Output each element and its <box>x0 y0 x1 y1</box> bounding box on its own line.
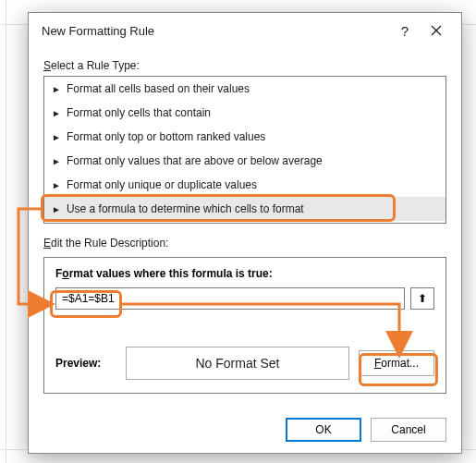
rule-type-item[interactable]: ►Format only unique or duplicate values <box>44 173 445 197</box>
edit-rule-description-label: Edit the Rule Description: <box>43 237 446 250</box>
preview-label: Preview: <box>55 357 116 370</box>
format-button[interactable]: Format... <box>359 350 434 376</box>
rule-type-list[interactable]: ►Format all cells based on their values … <box>43 76 446 224</box>
rule-type-label: Format only top or bottom ranked values <box>67 130 265 143</box>
dialog-title: New Formatting Rule <box>42 24 154 38</box>
collapse-dialog-icon[interactable]: ⬆ <box>410 287 434 310</box>
rule-type-item[interactable]: ►Format only cells that contain <box>44 101 445 125</box>
rule-type-label: Format only cells that contain <box>67 106 211 119</box>
ok-button[interactable]: OK <box>286 418 361 442</box>
rule-type-item-selected[interactable]: ►Use a formula to determine which cells … <box>44 197 445 221</box>
rule-type-label: Use a formula to determine which cells t… <box>67 202 304 215</box>
formula-input[interactable] <box>55 287 405 310</box>
format-values-where-label: Format values where this formula is true… <box>55 267 434 280</box>
rule-type-label: Format only unique or duplicate values <box>67 178 257 191</box>
rule-type-item[interactable]: ►Format only values that are above or be… <box>44 149 445 173</box>
close-icon[interactable] <box>421 17 452 44</box>
preview-box: No Format Set <box>126 347 349 380</box>
help-icon[interactable]: ? <box>389 17 421 44</box>
rule-type-label: Format only values that are above or bel… <box>67 154 323 167</box>
cancel-button[interactable]: Cancel <box>371 418 446 442</box>
dialog-footer: OK Cancel <box>29 407 461 453</box>
rule-description-panel: Format values where this formula is true… <box>43 257 446 394</box>
rule-type-item[interactable]: ►Format all cells based on their values <box>44 77 445 101</box>
rule-type-label: Format all cells based on their values <box>67 82 250 95</box>
titlebar: New Formatting Rule ? <box>29 13 461 48</box>
select-rule-type-label: Select a Rule Type: <box>43 59 446 72</box>
new-formatting-rule-dialog: New Formatting Rule ? Select a Rule Type… <box>28 12 462 454</box>
rule-type-item[interactable]: ►Format only top or bottom ranked values <box>44 125 445 149</box>
